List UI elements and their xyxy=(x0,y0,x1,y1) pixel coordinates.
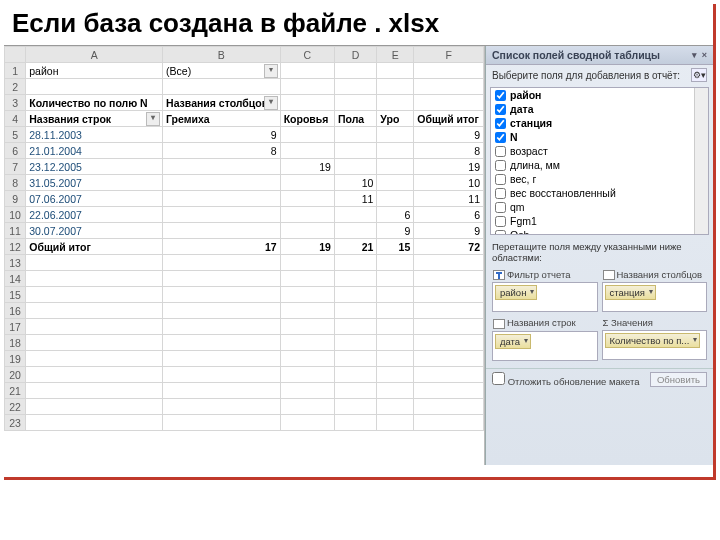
cell[interactable] xyxy=(163,271,281,287)
cell[interactable]: 10 xyxy=(414,175,484,191)
col-header[interactable]: D xyxy=(334,47,376,63)
cell[interactable] xyxy=(280,127,334,143)
spreadsheet[interactable]: ABCDEF 1район(Все)23Количество по полю N… xyxy=(4,46,485,465)
field-checkbox[interactable] xyxy=(495,104,506,115)
pivot-field[interactable]: дата xyxy=(491,102,708,116)
row-header[interactable]: 20 xyxy=(5,367,26,383)
cell[interactable] xyxy=(280,415,334,431)
cell[interactable] xyxy=(280,223,334,239)
cell[interactable] xyxy=(163,335,281,351)
cell[interactable] xyxy=(377,255,414,271)
cell[interactable] xyxy=(334,303,376,319)
cell[interactable]: 9 xyxy=(163,127,281,143)
col-header[interactable]: A xyxy=(26,47,163,63)
col-header[interactable]: E xyxy=(377,47,414,63)
field-checkbox[interactable] xyxy=(495,90,506,101)
field-checkbox[interactable] xyxy=(495,230,506,236)
cell[interactable]: 07.06.2007 xyxy=(26,191,163,207)
row-header[interactable]: 13 xyxy=(5,255,26,271)
cell[interactable] xyxy=(26,383,163,399)
cell[interactable] xyxy=(26,415,163,431)
cell[interactable] xyxy=(377,287,414,303)
cell[interactable] xyxy=(280,271,334,287)
pivot-field[interactable]: возраст xyxy=(491,144,708,158)
cell[interactable] xyxy=(377,367,414,383)
cell[interactable] xyxy=(377,399,414,415)
cell[interactable] xyxy=(280,287,334,303)
cell[interactable] xyxy=(334,255,376,271)
row-header[interactable]: 11 xyxy=(5,223,26,239)
cell[interactable]: Коровья xyxy=(280,111,334,127)
cell[interactable] xyxy=(334,223,376,239)
cell[interactable]: Названия строк xyxy=(26,111,163,127)
cell[interactable]: 19 xyxy=(414,159,484,175)
cell[interactable] xyxy=(280,319,334,335)
pivot-field[interactable]: станция xyxy=(491,116,708,130)
row-header[interactable]: 1 xyxy=(5,63,26,79)
row-header[interactable]: 2 xyxy=(5,79,26,95)
cell[interactable] xyxy=(334,335,376,351)
cell[interactable]: 8 xyxy=(163,143,281,159)
cell[interactable]: 6 xyxy=(414,207,484,223)
pivot-field[interactable]: вес восстановленный xyxy=(491,186,708,200)
cell[interactable]: район xyxy=(26,63,163,79)
pivot-field[interactable]: вес, г xyxy=(491,172,708,186)
cell[interactable] xyxy=(377,415,414,431)
cell[interactable] xyxy=(334,415,376,431)
cell[interactable] xyxy=(377,191,414,207)
cell[interactable]: 15 xyxy=(377,239,414,255)
cols-pill[interactable]: станция xyxy=(605,285,656,300)
cell[interactable] xyxy=(414,383,484,399)
cell[interactable] xyxy=(163,175,281,191)
pivot-field[interactable]: qm xyxy=(491,200,708,214)
cell[interactable] xyxy=(26,335,163,351)
cell[interactable]: 72 xyxy=(414,239,484,255)
cell[interactable] xyxy=(334,95,376,111)
update-button[interactable]: Обновить xyxy=(650,372,707,387)
cell[interactable] xyxy=(280,63,334,79)
cell[interactable] xyxy=(163,367,281,383)
cell[interactable] xyxy=(280,351,334,367)
row-header[interactable]: 3 xyxy=(5,95,26,111)
cell[interactable] xyxy=(377,319,414,335)
cell[interactable]: Общий итог xyxy=(414,111,484,127)
cell[interactable]: 30.07.2007 xyxy=(26,223,163,239)
row-header[interactable]: 18 xyxy=(5,335,26,351)
cell[interactable]: 22.06.2007 xyxy=(26,207,163,223)
filter-pill[interactable]: район xyxy=(495,285,537,300)
cell[interactable]: Количество по полю N xyxy=(26,95,163,111)
cell[interactable] xyxy=(377,271,414,287)
cell[interactable] xyxy=(26,287,163,303)
cell[interactable] xyxy=(280,191,334,207)
row-header[interactable]: 16 xyxy=(5,303,26,319)
cell[interactable]: 6 xyxy=(377,207,414,223)
cell[interactable] xyxy=(377,335,414,351)
cell[interactable] xyxy=(334,127,376,143)
cell[interactable] xyxy=(334,63,376,79)
cell[interactable]: Уро xyxy=(377,111,414,127)
cell[interactable] xyxy=(163,255,281,271)
cols-area[interactable]: станция xyxy=(602,282,708,312)
cell[interactable] xyxy=(414,399,484,415)
cell[interactable] xyxy=(280,143,334,159)
vals-area[interactable]: Количество по п... xyxy=(602,330,708,360)
pivot-field[interactable]: N xyxy=(491,130,708,144)
vals-pill[interactable]: Количество по п... xyxy=(605,333,701,348)
row-header[interactable]: 21 xyxy=(5,383,26,399)
row-header[interactable]: 14 xyxy=(5,271,26,287)
cell[interactable] xyxy=(163,415,281,431)
cell[interactable]: Названия столбцов xyxy=(163,95,281,111)
cell[interactable] xyxy=(377,351,414,367)
cell[interactable] xyxy=(280,255,334,271)
select-all-cell[interactable] xyxy=(5,47,26,63)
cell[interactable] xyxy=(280,303,334,319)
cell[interactable]: 8 xyxy=(414,143,484,159)
cell[interactable] xyxy=(26,79,163,95)
cell[interactable] xyxy=(280,95,334,111)
row-header[interactable]: 7 xyxy=(5,159,26,175)
cell[interactable] xyxy=(26,351,163,367)
row-header[interactable]: 23 xyxy=(5,415,26,431)
pivot-field[interactable]: Fgm1 xyxy=(491,214,708,228)
col-header[interactable]: F xyxy=(414,47,484,63)
cell[interactable]: 31.05.2007 xyxy=(26,175,163,191)
